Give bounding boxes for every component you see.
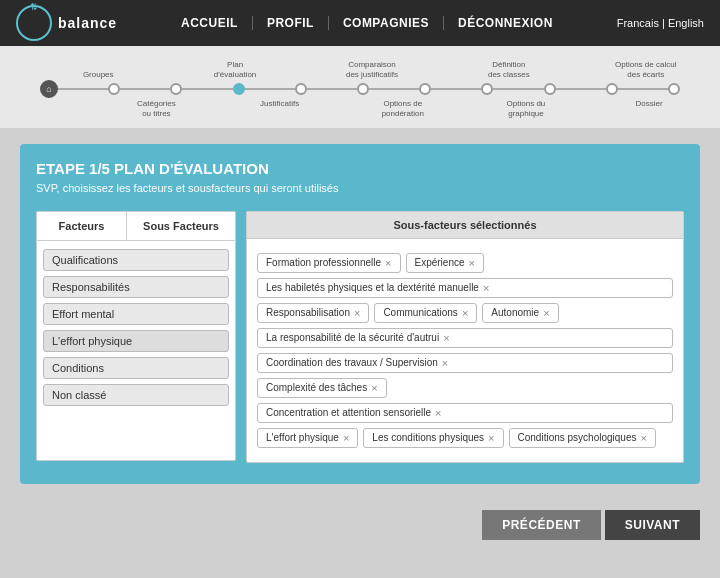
tag-label: L'effort physique	[266, 432, 339, 443]
step-label-plan: Pland'évaluation	[201, 60, 269, 79]
language-selector[interactable]: Francais | English	[617, 17, 704, 29]
factor-conditions[interactable]: Conditions	[43, 357, 229, 379]
step-label-dossier: Dossier	[618, 99, 680, 109]
step-label-groupes: Groupes	[64, 70, 132, 80]
tag-remove-responsabilisation[interactable]: ×	[354, 307, 360, 319]
progress-line-row: ⌂	[40, 80, 680, 98]
tag-communications: Communications ×	[374, 303, 477, 323]
tag-coordination: Coordination des travaux / Supervision ×	[257, 353, 673, 373]
step-label-options-graphique: Options dugraphique	[495, 99, 557, 118]
tag-remove-complexite[interactable]: ×	[371, 382, 377, 394]
nav-profil[interactable]: PROFIL	[253, 16, 329, 30]
tag-remove-coordination[interactable]: ×	[442, 357, 448, 369]
section-box: ETAPE 1/5 PLAN D'ÉVALUATION SVP, choisis…	[20, 144, 700, 484]
lang-current[interactable]: Francais	[617, 17, 659, 29]
tag-label: Responsabilisation	[266, 307, 350, 318]
right-table: Sous-facteurs sélectionnés Formation pro…	[246, 211, 684, 463]
step-node-home: ⌂	[40, 80, 58, 98]
next-button[interactable]: SUIVANT	[605, 510, 700, 540]
tag-habiletes: Les habiletés physiques et la dextérité …	[257, 278, 673, 298]
step-node-groupes	[108, 83, 120, 95]
logo: ⇅ balance	[16, 5, 117, 41]
factor-effort-physique[interactable]: L'effort physique	[43, 330, 229, 352]
step-node-options-ecarts	[606, 83, 618, 95]
section-title: ETAPE 1/5 PLAN D'ÉVALUATION	[36, 160, 684, 177]
factor-effort-mental[interactable]: Effort mental	[43, 303, 229, 325]
line-1	[58, 88, 108, 90]
step-node-definition	[481, 83, 493, 95]
factor-qualifications[interactable]: Qualifications	[43, 249, 229, 271]
step-label-justificatifs: Justificatifs	[249, 99, 311, 109]
step-label-ponderation: Options depondération	[372, 99, 434, 118]
step-node-plan	[233, 83, 245, 95]
tag-label: Expérience	[415, 257, 465, 268]
line-5	[307, 88, 357, 90]
line-6	[369, 88, 419, 90]
tag-label: Coordination des travaux / Supervision	[266, 357, 438, 368]
tag-remove-concentration[interactable]: ×	[435, 407, 441, 419]
tag-complexite: Complexité des tâches ×	[257, 378, 387, 398]
line-7	[431, 88, 481, 90]
tag-label: Autonomie	[491, 307, 539, 318]
selected-tags: Formation professionnelle × Expérience ×…	[257, 249, 673, 452]
line-2	[120, 88, 170, 90]
line-8	[493, 88, 543, 90]
tag-remove-formation-pro[interactable]: ×	[385, 257, 391, 269]
line-4	[245, 88, 295, 90]
tag-remove-conditions-physiques[interactable]: ×	[488, 432, 494, 444]
tag-remove-effort-physique[interactable]: ×	[343, 432, 349, 444]
step-node-ponderation	[419, 83, 431, 95]
line-3	[182, 88, 232, 90]
tag-label: La responsabilité de la sécurité d'autru…	[266, 332, 439, 343]
table-header: Facteurs Sous Facteurs	[37, 212, 235, 241]
step-node-graphique	[544, 83, 556, 95]
header: ⇅ balance ACCUEIL PROFIL COMPAGNIES DÉCO…	[0, 0, 720, 46]
tag-responsabilisation: Responsabilisation ×	[257, 303, 369, 323]
main-content: ETAPE 1/5 PLAN D'ÉVALUATION SVP, choisis…	[0, 128, 720, 500]
step-node-justificatifs	[295, 83, 307, 95]
right-table-header: Sous-facteurs sélectionnés	[247, 212, 683, 239]
table-area: Facteurs Sous Facteurs Qualifications Re…	[36, 211, 684, 463]
factor-responsabilites[interactable]: Responsabilités	[43, 276, 229, 298]
nav-deconnexion[interactable]: DÉCONNEXION	[444, 16, 567, 30]
line-9	[556, 88, 606, 90]
prev-button[interactable]: PRÉCÉDENT	[482, 510, 601, 540]
tag-label: Les habiletés physiques et la dextérité …	[266, 282, 479, 293]
tag-remove-securite-autrui[interactable]: ×	[443, 332, 449, 344]
tag-remove-habiletes[interactable]: ×	[483, 282, 489, 294]
lang-other[interactable]: English	[668, 17, 704, 29]
step-node-dossier	[668, 83, 680, 95]
nav-accueil[interactable]: ACCUEIL	[167, 16, 253, 30]
footer-actions: PRÉCÉDENT SUIVANT	[0, 500, 720, 550]
main-nav: ACCUEIL PROFIL COMPAGNIES DÉCONNEXION	[167, 16, 567, 30]
tag-experience: Expérience ×	[406, 253, 484, 273]
progress-section: Groupes Pland'évaluation Comparaisondes …	[0, 46, 720, 128]
th-sous-facteurs: Sous Facteurs	[127, 212, 235, 240]
tag-remove-autonomie[interactable]: ×	[543, 307, 549, 319]
factor-non-classe[interactable]: Non classé	[43, 384, 229, 406]
step-node-comparaison	[357, 83, 369, 95]
logo-arrows-icon: ⇅	[30, 3, 38, 12]
tag-concentration: Concentration et attention sensorielle ×	[257, 403, 673, 423]
nav-compagnies[interactable]: COMPAGNIES	[329, 16, 444, 30]
step-node-categories	[170, 83, 182, 95]
tag-conditions-psychologiques: Conditions psychologiques ×	[509, 428, 656, 448]
tag-remove-experience[interactable]: ×	[469, 257, 475, 269]
section-subtitle: SVP, choisissez les facteurs et sousfact…	[36, 181, 684, 196]
step-label-definition: Définitiondes classes	[475, 60, 543, 79]
step-label-options-calcul: Options de calculdes écarts	[612, 60, 680, 79]
tag-formation-pro: Formation professionnelle ×	[257, 253, 401, 273]
tag-remove-communications[interactable]: ×	[462, 307, 468, 319]
tag-securite-autrui: La responsabilité de la sécurité d'autru…	[257, 328, 673, 348]
tag-label: Concentration et attention sensorielle	[266, 407, 431, 418]
step-label-categories: Catégoriesou titres	[126, 99, 188, 118]
tag-label: Les conditions physiques	[372, 432, 484, 443]
tag-label: Formation professionnelle	[266, 257, 381, 268]
left-table: Facteurs Sous Facteurs Qualifications Re…	[36, 211, 236, 461]
tag-label: Complexité des tâches	[266, 382, 367, 393]
tag-remove-conditions-psychologiques[interactable]: ×	[640, 432, 646, 444]
step-label-comparaison: Comparaisondes justificatifs	[338, 60, 406, 79]
tag-effort-physique: L'effort physique ×	[257, 428, 358, 448]
line-10	[618, 88, 668, 90]
logo-text: balance	[58, 15, 117, 31]
